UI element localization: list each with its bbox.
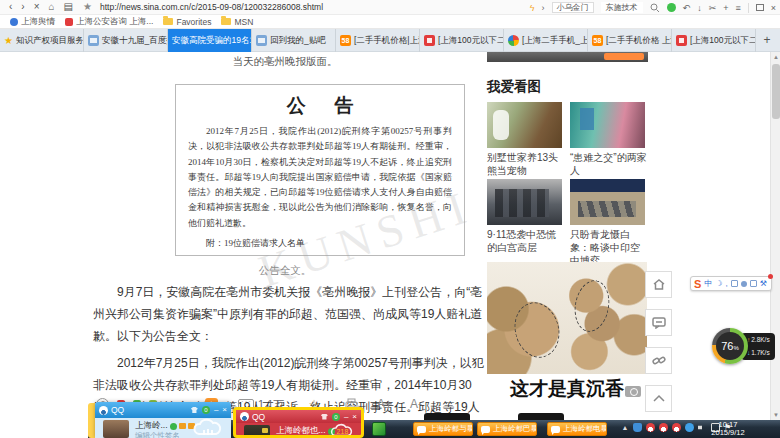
picture-icon (424, 35, 435, 46)
sidebar-thumb-families[interactable] (570, 102, 645, 148)
favorite-star-icon[interactable]: ★ (83, 2, 92, 12)
minimize-icon[interactable]: – (344, 413, 348, 421)
scroll-down-icon[interactable]: ▼ (771, 410, 780, 420)
qq-window-red[interactable]: QQ 0 – × 上海岭都也...218 (233, 407, 364, 438)
font-smaller-button[interactable]: A- (410, 397, 422, 411)
sidebar-thumb-jets[interactable] (570, 179, 645, 225)
comment-float-button[interactable] (645, 309, 672, 336)
reading-list-icon[interactable]: ▤ (64, 2, 73, 12)
app-tray-icon[interactable] (685, 423, 694, 432)
close-icon[interactable]: × (352, 413, 357, 421)
background-window-edge (88, 403, 95, 438)
antivirus-shield-icon[interactable] (633, 423, 642, 432)
qq-tray-icon[interactable] (672, 423, 681, 432)
address-bar[interactable]: http://news.sina.com.cn/c/2015-09-08/120… (100, 2, 323, 12)
hot-word-2[interactable]: 东施技术 (601, 2, 643, 13)
skin-change-icon[interactable] (321, 414, 328, 420)
security-shield-icon[interactable]: 0 (332, 413, 340, 421)
skin-icon[interactable] (750, 280, 757, 287)
taskbar-clock[interactable]: 10:17 2015/9/12 (696, 421, 760, 437)
qq-window-titlebar[interactable]: QQ 0 – × (95, 402, 231, 418)
tab-tieba[interactable]: 回到我的_贴吧 (252, 29, 336, 52)
sidebar-thumb-bears[interactable] (487, 102, 562, 148)
stop-icon[interactable]: × (34, 2, 40, 12)
qq-penguin-icon (99, 406, 108, 415)
taskbar-qq-chat-button[interactable]: 上海岭都电暴... (547, 422, 607, 436)
tab-58-phones-2[interactable]: 58[二手手机价格 上海 (588, 29, 672, 52)
scroll-up-icon[interactable]: ▲ (771, 52, 780, 62)
skin-change-icon[interactable] (191, 407, 198, 413)
font-larger-button[interactable]: A+ (377, 397, 392, 411)
punctuation-icon[interactable]: , (726, 279, 728, 288)
memory-speed-ball[interactable]: 76% (712, 328, 748, 364)
tray-expand-icon[interactable]: ▲ (621, 423, 629, 432)
tab-shanghai-phones[interactable]: [上海二手手机_上海 (504, 29, 588, 52)
tab-bar: ★知识产权项目服务平台 安徽十九届_百度搜索 安徽高院受骗的19名1× 回到我的… (0, 29, 780, 52)
sogou-input-bar[interactable]: S 中 ☽ , ⚒ (690, 276, 772, 291)
camera-icon (625, 386, 641, 397)
divider (748, 3, 749, 13)
notice-body: 2012年7月25日，我院作出(2012)皖刑终字第00257号刑事判决，以犯非… (188, 124, 452, 231)
scrollbar-thumb[interactable] (772, 64, 780, 119)
verified-icon (170, 423, 177, 430)
account-avatar-icon[interactable] (667, 3, 676, 12)
screenshot-scissors-icon[interactable]: ✂ (709, 3, 717, 13)
notification-dot (768, 274, 773, 279)
new-tab-button[interactable]: + (756, 29, 778, 51)
bookmark-item[interactable]: 上海舆情 (10, 16, 55, 28)
qq-window-titlebar[interactable]: QQ 0 – × (236, 410, 361, 423)
restore-window-icon[interactable] (756, 4, 764, 11)
qq-tray-icon[interactable] (659, 423, 668, 432)
ad-caption[interactable]: 这才是真沉香 (487, 376, 647, 402)
sidebar-caption[interactable]: 9·11恐袭中恐慌的白宫高层 (487, 228, 564, 254)
home-icon[interactable]: ⌂ (49, 2, 55, 12)
page-scrollbar[interactable]: ▲ ▼ (770, 52, 780, 438)
qq-window-blue[interactable]: QQ 0 – × 上海岭... 编辑个性签名 (95, 402, 231, 438)
tab-ganji-1[interactable]: [上海100元以下二手 (420, 29, 504, 52)
avatar[interactable] (244, 425, 270, 438)
tab-58-phones-1[interactable]: 58[二手手机价格|上海 (336, 29, 420, 52)
security-shield-icon[interactable]: 0 (202, 406, 210, 414)
close-window-icon[interactable]: × (771, 3, 776, 13)
soft-keyboard-icon[interactable] (731, 280, 738, 287)
taskbar-app-green-icon[interactable] (372, 422, 386, 436)
agarwood-ad-image[interactable] (487, 262, 647, 374)
back-to-top-button[interactable] (645, 385, 672, 412)
forward-icon[interactable]: › (21, 2, 24, 12)
minimize-icon[interactable]: – (214, 406, 218, 414)
colorful-icon (508, 35, 519, 46)
wrench-icon[interactable]: ⚒ (760, 279, 767, 288)
qq-tray-icon[interactable] (646, 423, 655, 432)
add-icon[interactable]: + (723, 3, 728, 13)
undo-icon[interactable]: ↶ (683, 3, 691, 13)
user-icon[interactable] (741, 281, 747, 287)
tab-ganji-2[interactable]: [上海100元以下二手 (672, 29, 756, 52)
qq-signature[interactable]: 编辑个性签名 (135, 431, 180, 438)
download-icon[interactable]: ↓ (697, 3, 702, 13)
lightning-icon[interactable]: ϟ (530, 3, 535, 13)
tab-ip-service[interactable]: ★知识产权项目服务平台 (0, 29, 84, 52)
sogou-logo[interactable]: S (694, 278, 701, 290)
sidebar-thumb-911[interactable] (487, 179, 562, 225)
bookmark-folder-favorites[interactable]: Favorites (163, 17, 211, 27)
fullwidth-moon-icon[interactable]: ☽ (715, 279, 722, 288)
search-icon[interactable] (650, 3, 660, 13)
close-icon[interactable]: × (222, 406, 227, 414)
back-icon[interactable]: ‹ (9, 2, 12, 12)
hot-word-1[interactable]: 小乌金门 (552, 2, 594, 13)
sidebar-caption[interactable]: 别墅世家养13头熊当宠物 (487, 151, 564, 177)
folder-icon (221, 18, 231, 25)
menu-icon[interactable]: ≡ (735, 3, 740, 13)
tab-baidu-search[interactable]: 安徽十九届_百度搜索 (84, 29, 168, 52)
tab-active-anhui-court[interactable]: 安徽高院受骗的19名1× (168, 29, 252, 52)
taskbar-qq-chat-button[interactable]: 上海岭都巴暴... (477, 422, 537, 436)
bookmark-item[interactable]: 上海公安咨询 上海... (65, 16, 153, 28)
taskbar-qq-chat-button[interactable]: 上海岭都与暴... (413, 422, 473, 436)
expand-icon[interactable]: › (542, 3, 545, 13)
chinese-mode-indicator[interactable]: 中 (704, 278, 712, 289)
avatar[interactable] (103, 420, 129, 438)
link-float-button[interactable] (645, 347, 672, 374)
sidebar-caption[interactable]: “患难之交”的两家人 (570, 151, 647, 177)
home-float-button[interactable] (645, 271, 672, 298)
bookmark-folder-msn[interactable]: MSN (221, 17, 253, 27)
